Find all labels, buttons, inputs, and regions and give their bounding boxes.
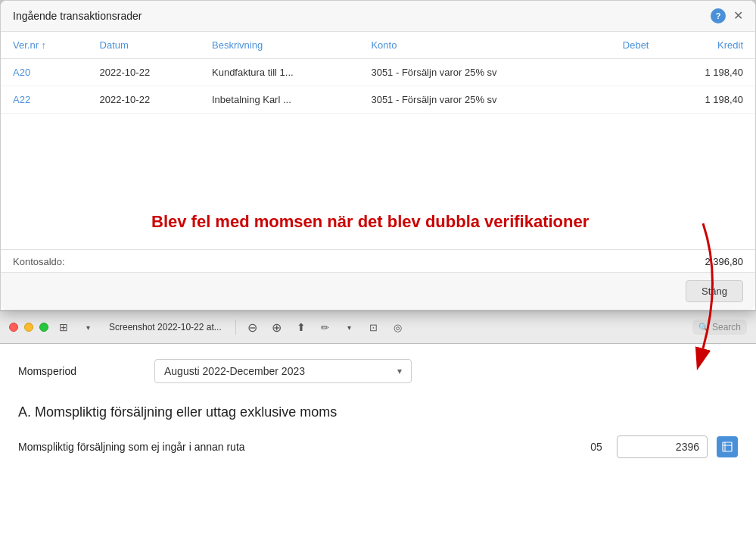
crop-icon[interactable]: ⊡ bbox=[365, 318, 383, 336]
col-debet[interactable]: Debet bbox=[585, 32, 661, 59]
transaction-modal: Ingående transaktionsrader ? ✕ Ver.nr ↑ … bbox=[0, 0, 756, 311]
bottom-panel: Momsperiod Augusti 2022-December 2023 ▾ … bbox=[0, 344, 756, 540]
col-datum[interactable]: Datum bbox=[88, 32, 200, 59]
svg-rect-1 bbox=[723, 442, 732, 451]
share-icon[interactable]: ⬆ bbox=[292, 318, 310, 336]
debet-cell bbox=[585, 86, 661, 114]
traffic-light-yellow[interactable] bbox=[24, 323, 33, 332]
close-x-button[interactable]: ✕ bbox=[733, 10, 743, 22]
momsperiod-select[interactable]: Augusti 2022-December 2023 ▾ bbox=[154, 359, 412, 383]
konto-cell: 3051 - Försäljn varor 25% sv bbox=[359, 86, 585, 114]
kontosaldo-row: Kontosaldo: 2 396,80 bbox=[1, 249, 755, 273]
datum-cell: 2022-10-22 bbox=[88, 86, 200, 114]
col-beskrivning[interactable]: Beskrivning bbox=[200, 32, 359, 59]
konto-cell: 3051 - Försäljn varor 25% sv bbox=[359, 59, 585, 86]
window-title: Screenshot 2022-10-22 at... bbox=[109, 322, 222, 332]
table-row: A22 2022-10-22 Inbetalning Karl ... 3051… bbox=[1, 86, 755, 114]
traffic-light-green[interactable] bbox=[39, 323, 48, 332]
chevron-down2-icon[interactable]: ▾ bbox=[341, 318, 359, 336]
modal-titlebar-icons: ? ✕ bbox=[711, 8, 743, 23]
kontosaldo-value: 2 396,80 bbox=[705, 256, 743, 267]
traffic-light-red[interactable] bbox=[9, 323, 18, 332]
zoom-in-icon[interactable]: ⊕ bbox=[268, 318, 286, 336]
kredit-cell: 1 198,40 bbox=[661, 86, 755, 114]
moms-detail-row: Momspliktig försäljning som ej ingår i a… bbox=[18, 435, 738, 458]
beskrivning-cell: Inbetalning Karl ... bbox=[200, 86, 359, 114]
col-kredit[interactable]: Kredit bbox=[661, 32, 755, 59]
moms-row-value-field[interactable]: 2396 bbox=[617, 435, 708, 458]
zoom-out-icon[interactable]: ⊖ bbox=[244, 318, 262, 336]
chevron-down-icon: ▾ bbox=[397, 366, 402, 376]
table-header-row: Ver.nr ↑ Datum Beskrivning Konto Debet K… bbox=[1, 32, 755, 59]
debet-cell bbox=[585, 59, 661, 86]
moms-row-code: 05 bbox=[585, 441, 608, 453]
search-icon: 🔍 bbox=[698, 323, 709, 332]
macos-search-bar[interactable]: 🔍 Search bbox=[692, 320, 747, 335]
vernr-cell: A22 bbox=[1, 86, 88, 114]
search-placeholder: Search bbox=[712, 322, 741, 332]
moms-row-label: Momspliktig försäljning som ej ingår i a… bbox=[18, 441, 576, 453]
pencil-icon[interactable]: ✏ bbox=[316, 318, 334, 336]
close-stang-button[interactable]: Stäng bbox=[686, 280, 743, 302]
beskrivning-cell: Kundfaktura till 1... bbox=[200, 59, 359, 86]
sidebar-toggle-icon[interactable]: ⊞ bbox=[54, 318, 73, 336]
transaction-table-area: Ver.nr ↑ Datum Beskrivning Konto Debet K… bbox=[1, 32, 755, 114]
section-heading: A. Momspliktig försäljning eller uttag e… bbox=[18, 404, 738, 420]
col-vernr[interactable]: Ver.nr ↑ bbox=[1, 32, 88, 59]
modal-title: Ingående transaktionsrader bbox=[13, 10, 142, 22]
momsperiod-row: Momsperiod Augusti 2022-December 2023 ▾ bbox=[18, 359, 738, 383]
transaction-table: Ver.nr ↑ Datum Beskrivning Konto Debet K… bbox=[1, 32, 755, 114]
macos-titlebar: ⊞ ▾ Screenshot 2022-10-22 at... ⊖ ⊕ ⬆ ✏ … bbox=[0, 311, 756, 344]
circle-icon[interactable]: ◎ bbox=[389, 318, 407, 336]
col-konto[interactable]: Konto bbox=[359, 32, 585, 59]
toolbar-separator bbox=[235, 320, 236, 335]
moms-detail-icon[interactable] bbox=[717, 436, 738, 457]
table-row: A20 2022-10-22 Kundfaktura till 1... 305… bbox=[1, 59, 755, 86]
datum-cell: 2022-10-22 bbox=[88, 59, 200, 86]
modal-titlebar: Ingående transaktionsrader ? ✕ bbox=[1, 1, 755, 32]
help-button[interactable]: ? bbox=[711, 8, 726, 23]
kontosaldo-label: Kontosaldo: bbox=[13, 256, 65, 267]
kredit-cell: 1 198,40 bbox=[661, 59, 755, 86]
momsperiod-value: Augusti 2022-December 2023 bbox=[164, 365, 305, 377]
chevron-down-icon[interactable]: ▾ bbox=[79, 318, 97, 336]
modal-footer: Stäng bbox=[1, 272, 755, 310]
vernr-cell: A20 bbox=[1, 59, 88, 86]
momsperiod-label: Momsperiod bbox=[18, 365, 154, 377]
